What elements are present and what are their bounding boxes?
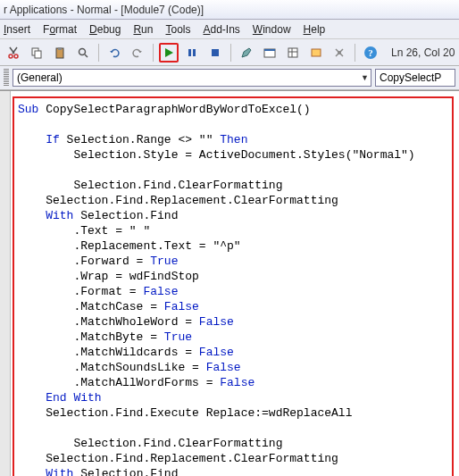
code-editor[interactable]: Sub CopySelectParagraphWordByWordToExcel…: [0, 90, 459, 476]
cut-button[interactable]: [4, 43, 23, 63]
code-content[interactable]: Sub CopySelectParagraphWordByWordToExcel…: [18, 102, 450, 476]
cursor-position: Ln 26, Col 20: [391, 46, 455, 59]
toolbar-separator: [98, 44, 99, 62]
toolbar-separator: [153, 44, 154, 62]
toolbox-button[interactable]: [330, 43, 349, 63]
redo-button[interactable]: [128, 43, 147, 63]
undo-button[interactable]: [104, 43, 124, 63]
menu-format[interactable]: Foormatrmat: [43, 23, 77, 36]
object-dropdown[interactable]: (General) ▼: [13, 69, 371, 87]
chevron-down-icon: ▼: [361, 73, 369, 82]
svg-text:?: ?: [368, 47, 373, 58]
copy-button[interactable]: [27, 43, 46, 63]
svg-rect-9: [193, 49, 196, 56]
run-button[interactable]: [159, 43, 179, 63]
svg-rect-16: [312, 49, 321, 56]
properties-button[interactable]: [283, 43, 303, 63]
svg-rect-10: [212, 49, 219, 56]
menu-help[interactable]: Help: [304, 23, 326, 36]
menu-window[interactable]: Window: [253, 23, 291, 36]
dropdown-row: (General) ▼ CopySelectP: [0, 66, 459, 90]
menu-run[interactable]: Run: [133, 23, 153, 36]
toolbar-separator: [230, 44, 231, 62]
procedure-dropdown[interactable]: CopySelectP: [375, 69, 455, 87]
menu-debug[interactable]: Debug: [89, 23, 121, 36]
svg-point-1: [14, 54, 18, 58]
svg-point-6: [79, 48, 86, 54]
svg-rect-8: [188, 49, 191, 56]
object-browser-button[interactable]: [306, 43, 326, 63]
paste-button[interactable]: [50, 43, 70, 63]
design-mode-button[interactable]: [237, 43, 256, 63]
menu-tools[interactable]: Tools: [165, 23, 190, 36]
toolbar-separator: [355, 44, 355, 62]
object-dropdown-value: (General): [17, 71, 63, 84]
break-button[interactable]: [182, 43, 202, 63]
find-button[interactable]: [73, 43, 93, 63]
procedure-dropdown-value: CopySelectP: [380, 71, 441, 84]
grip-handle[interactable]: [4, 69, 9, 87]
svg-line-7: [85, 54, 88, 57]
code-gutter: [0, 91, 11, 476]
reset-button[interactable]: [205, 43, 225, 63]
svg-point-17: [338, 51, 341, 54]
svg-rect-13: [288, 48, 297, 57]
window-title: r Applications - Normal - [Module7 (Code…: [0, 0, 459, 20]
toolbar: ? Ln 26, Col 20: [0, 39, 459, 66]
svg-point-0: [9, 54, 13, 58]
help-button[interactable]: ?: [361, 43, 380, 63]
project-explorer-button[interactable]: [260, 43, 280, 63]
svg-rect-3: [35, 51, 41, 58]
menu-insert[interactable]: Insert: [4, 23, 30, 36]
svg-rect-5: [58, 47, 62, 50]
menu-addins[interactable]: Add-Ins: [203, 23, 239, 36]
menu-bar: Insert Foormatrmat Debug Run Tools Add-I…: [0, 20, 459, 39]
svg-rect-12: [264, 49, 275, 51]
